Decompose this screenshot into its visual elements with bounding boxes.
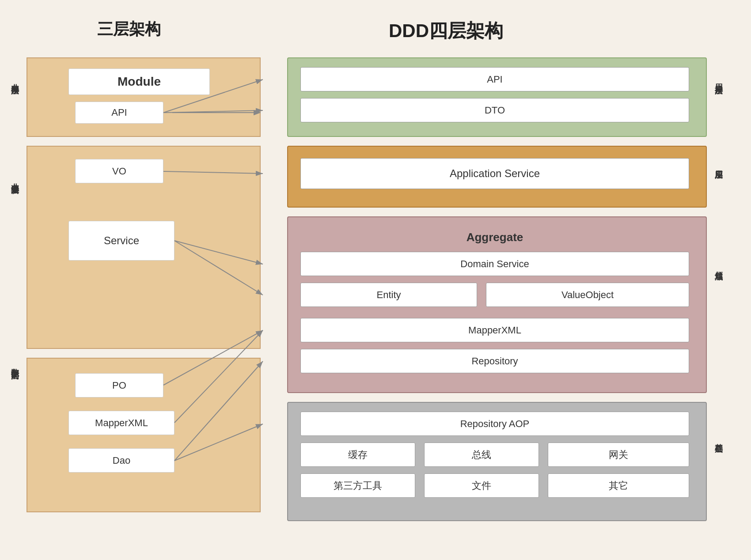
label-domain: 领域层 [713, 265, 724, 268]
service-box: Service [68, 221, 174, 261]
domain-service-box: Domain Service [300, 252, 689, 276]
dao-box: Dao [68, 448, 174, 473]
application-service-box: Application Service [300, 158, 689, 189]
repository-aop-box: Repository AOP [300, 412, 689, 436]
mapper-xml-left-box: MapperXML [68, 411, 174, 435]
aggregate-label: Aggregate [300, 225, 689, 250]
file-box: 文件 [424, 473, 539, 498]
api-right-box: API [300, 67, 689, 91]
vo-box: VO [75, 159, 163, 183]
label-data-access: 数据访问层 [10, 362, 20, 367]
title-right: DDD四层架构 [389, 19, 503, 43]
label-business-interface: 业务接口层 [10, 77, 20, 82]
po-box: PO [75, 373, 163, 397]
others-box: 其它 [548, 473, 689, 498]
module-label: Module [68, 68, 210, 95]
gateway-box: 网关 [548, 443, 689, 467]
api-in-module-box: API [75, 102, 163, 124]
repository-box: Repository [300, 349, 689, 373]
label-business-logic: 业务逻辑层 [10, 177, 20, 181]
value-object-box: ValueObject [486, 283, 689, 307]
label-application: 应用层 [713, 163, 724, 166]
mapper-xml-right-box: MapperXML [300, 318, 689, 342]
bus-box: 总线 [424, 443, 539, 467]
dto-box: DTO [300, 98, 689, 122]
entity-box: Entity [300, 283, 477, 307]
cache-box: 缓存 [300, 443, 415, 467]
third-party-box: 第三方工具 [300, 473, 415, 498]
title-left: 三层架构 [97, 19, 161, 40]
label-infrastructure: 基础层 [713, 437, 724, 440]
label-user-interface: 用户接口层 [713, 77, 724, 82]
